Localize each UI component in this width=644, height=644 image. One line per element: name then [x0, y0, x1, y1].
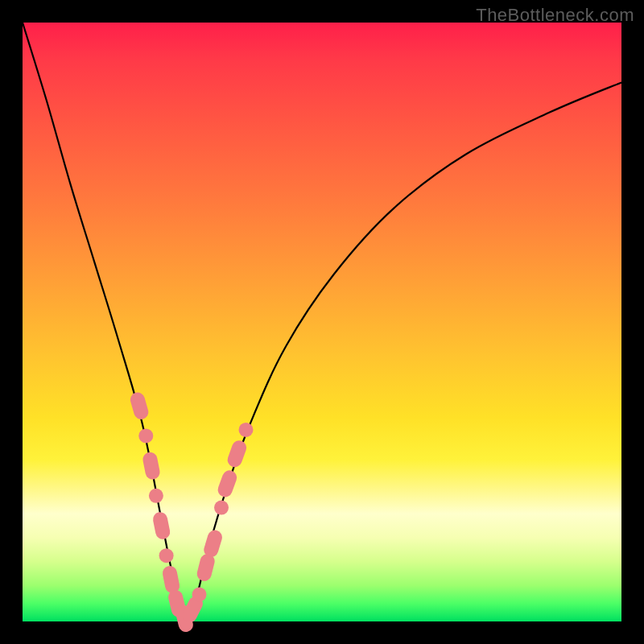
bead-capsule [196, 552, 217, 582]
bead-capsule [161, 564, 180, 594]
svg-rect-9 [216, 469, 239, 499]
curve-svg [23, 23, 621, 621]
svg-rect-0 [129, 390, 151, 421]
svg-rect-2 [151, 511, 171, 541]
svg-rect-10 [225, 439, 249, 469]
curve-layer [23, 23, 621, 622]
bead-dot [214, 501, 229, 515]
svg-rect-8 [202, 528, 224, 559]
bead-capsule [225, 439, 249, 469]
beads-layer [129, 390, 254, 634]
bead-capsule [216, 469, 239, 499]
bead-dot [192, 588, 207, 602]
bead-capsule [202, 528, 224, 559]
svg-rect-3 [161, 564, 180, 594]
bead-capsule [142, 451, 161, 481]
bottleneck-curve [23, 23, 621, 622]
bead-dot [149, 489, 163, 503]
svg-rect-7 [196, 552, 217, 582]
bead-capsule [129, 390, 151, 421]
bead-dot [138, 428, 153, 443]
chart-frame: TheBottleneck.com [0, 0, 644, 644]
plot-area [23, 23, 621, 621]
bead-dot [159, 548, 174, 563]
bead-capsule [151, 511, 171, 541]
svg-rect-1 [142, 451, 161, 481]
bead-dot [239, 423, 254, 437]
